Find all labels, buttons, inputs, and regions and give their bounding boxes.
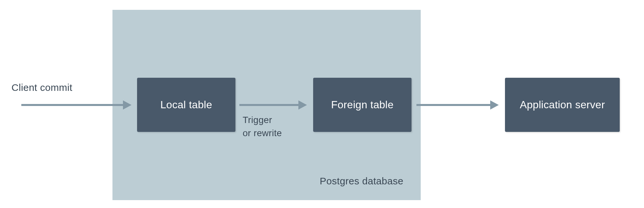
arrow-foreign-to-app: [416, 104, 490, 106]
application-server-text: Application server: [520, 99, 605, 111]
application-server-node: Application server: [505, 78, 620, 132]
arrow-client-to-local-head: [123, 100, 131, 110]
arrow-local-to-foreign-head: [298, 100, 307, 110]
local-table-node: Local table: [137, 78, 235, 132]
arrow-client-to-local: [21, 104, 123, 106]
arrow-foreign-to-app-head: [490, 100, 499, 110]
edge-label-line2: or rewrite: [243, 128, 282, 138]
container-title: Postgres database: [320, 176, 403, 187]
client-commit-label: Client commit: [11, 82, 72, 93]
local-table-text: Local table: [160, 99, 212, 111]
arrow-local-to-foreign: [239, 104, 298, 106]
edge-label-line1: Trigger: [243, 115, 272, 125]
diagram-canvas: Postgres database Client commit Local ta…: [0, 0, 644, 208]
foreign-table-node: Foreign table: [313, 78, 412, 132]
foreign-table-text: Foreign table: [331, 99, 394, 111]
